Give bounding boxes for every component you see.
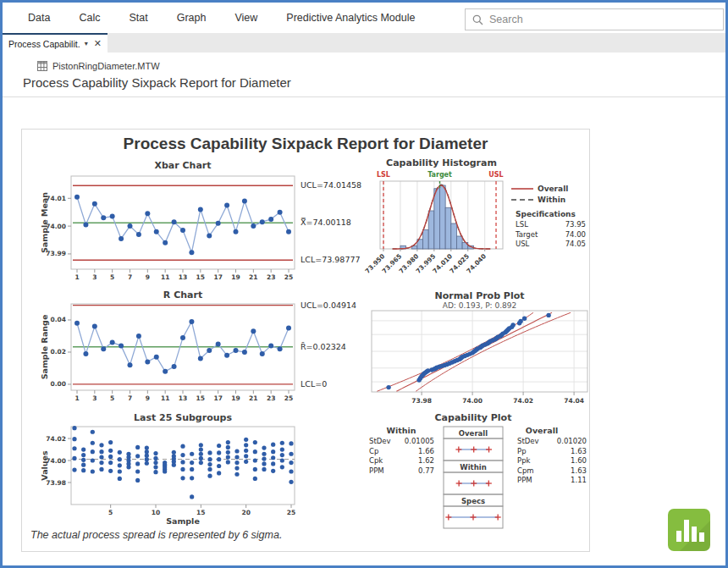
svg-text:Cp: Cp <box>369 447 378 455</box>
svg-text:Overall: Overall <box>459 429 488 438</box>
svg-text:AD: 0.193, P: 0.892: AD: 0.193, P: 0.892 <box>443 301 517 310</box>
svg-text:Sample Range: Sample Range <box>40 315 49 380</box>
svg-text:73.95: 73.95 <box>565 220 586 229</box>
sixpack-charts: Xbar ChartUCL=74.01458X̿=74.00118LCL=73.… <box>22 130 589 551</box>
svg-text:R Chart: R Chart <box>163 290 202 301</box>
tab-process-capability[interactable]: Process Capabilit... ▾ ✕ <box>3 33 108 52</box>
svg-text:17: 17 <box>213 394 222 402</box>
svg-text:1.63: 1.63 <box>571 466 587 475</box>
svg-text:Normal Prob Plot: Normal Prob Plot <box>434 290 524 301</box>
svg-text:10: 10 <box>152 509 160 516</box>
search-input[interactable] <box>489 14 716 25</box>
svg-text:Target: Target <box>515 230 538 239</box>
svg-text:19: 19 <box>231 394 240 402</box>
svg-text:23: 23 <box>267 394 275 402</box>
svg-text:0.77: 0.77 <box>418 466 434 475</box>
svg-text:74.02: 74.02 <box>513 397 533 405</box>
svg-text:21: 21 <box>249 394 257 402</box>
svg-text:25: 25 <box>284 273 293 281</box>
svg-text:3: 3 <box>92 273 97 281</box>
svg-text:Within: Within <box>460 463 486 471</box>
svg-text:Within: Within <box>386 426 416 435</box>
search-box[interactable] <box>465 8 724 30</box>
svg-text:Target: Target <box>427 171 452 179</box>
svg-text:X̿=74.00118: X̿=74.00118 <box>301 218 351 227</box>
svg-text:5: 5 <box>110 273 114 281</box>
svg-text:11: 11 <box>161 273 169 281</box>
menu-view[interactable]: View <box>234 12 257 24</box>
tab-bar: Process Capabilit... ▾ ✕ <box>3 33 725 52</box>
svg-text:StDev: StDev <box>369 437 391 445</box>
menu-bar: Data Calc Stat Graph View Predictive Ana… <box>3 3 725 33</box>
menu-calc[interactable]: Calc <box>79 12 100 24</box>
chevron-down-icon[interactable]: ▾ <box>85 40 88 47</box>
svg-text:0.04: 0.04 <box>50 316 66 323</box>
menu-graph[interactable]: Graph <box>177 12 207 24</box>
svg-text:1.62: 1.62 <box>418 456 434 465</box>
svg-text:LSL: LSL <box>516 220 528 229</box>
menu-stat[interactable]: Stat <box>129 12 147 24</box>
svg-text:7: 7 <box>128 394 132 402</box>
svg-text:13: 13 <box>179 394 187 402</box>
svg-text:3: 3 <box>92 394 97 402</box>
svg-text:74.00: 74.00 <box>462 397 483 405</box>
svg-text:PPM: PPM <box>517 476 532 484</box>
svg-text:Sample: Sample <box>166 516 200 526</box>
menu-data[interactable]: Data <box>28 12 50 24</box>
bar-chart-icon <box>668 509 710 551</box>
svg-text:1: 1 <box>74 394 79 402</box>
minitab-logo-icon[interactable] <box>668 509 710 551</box>
svg-text:Overall: Overall <box>526 426 558 435</box>
page-title: Process Capability Sixpack Report for Di… <box>23 75 291 90</box>
svg-text:15: 15 <box>196 394 205 402</box>
svg-text:Xbar Chart: Xbar Chart <box>154 160 211 171</box>
svg-text:PPM: PPM <box>369 466 384 475</box>
report-footnote: The actual process spread is represented… <box>30 529 282 541</box>
menu-predictive-analytics-module[interactable]: Predictive Analytics Module <box>286 12 415 24</box>
report-graph[interactable]: Xbar ChartUCL=74.01458X̿=74.00118LCL=73.… <box>21 129 590 552</box>
svg-text:Last 25 Subgroups: Last 25 Subgroups <box>134 412 232 423</box>
svg-text:15: 15 <box>196 273 205 281</box>
svg-text:19: 19 <box>231 273 240 281</box>
svg-text:1.66: 1.66 <box>418 447 434 455</box>
svg-text:21: 21 <box>249 273 257 281</box>
svg-text:20: 20 <box>241 509 250 516</box>
worksheet-link[interactable]: PistonRingDiameter.MTW <box>37 61 160 71</box>
svg-text:23: 23 <box>267 273 275 281</box>
svg-text:11: 11 <box>161 394 169 402</box>
svg-text:9: 9 <box>146 394 150 402</box>
svg-text:Pp: Pp <box>517 447 527 455</box>
app-window: Data Calc Stat Graph View Predictive Ana… <box>0 0 728 568</box>
svg-text:LCL=0: LCL=0 <box>301 379 327 389</box>
svg-text:25: 25 <box>284 394 293 402</box>
svg-text:Cpm: Cpm <box>517 466 534 475</box>
svg-text:Values: Values <box>40 450 49 481</box>
svg-text:Within: Within <box>538 196 565 204</box>
svg-text:0.00: 0.00 <box>50 380 66 388</box>
svg-text:7: 7 <box>128 273 132 281</box>
tab-label: Process Capabilit... <box>8 39 80 49</box>
svg-text:0.02: 0.02 <box>50 348 66 356</box>
svg-text:UCL=0.04914: UCL=0.04914 <box>301 301 356 310</box>
svg-text:StDev: StDev <box>517 437 539 445</box>
svg-text:5: 5 <box>110 394 114 402</box>
svg-text:1: 1 <box>74 273 79 281</box>
close-icon[interactable]: ✕ <box>94 38 102 49</box>
svg-text:LSL: LSL <box>377 171 390 179</box>
search-icon <box>472 14 483 25</box>
svg-text:Capability Histogram: Capability Histogram <box>386 157 497 168</box>
svg-text:1.11: 1.11 <box>571 476 587 484</box>
svg-text:74.04: 74.04 <box>564 397 584 405</box>
svg-text:Ppk: Ppk <box>517 456 531 465</box>
svg-text:73.98: 73.98 <box>411 397 432 405</box>
report-title: Process Capability Sixpack Report for Di… <box>22 135 589 153</box>
svg-text:USL: USL <box>516 240 530 248</box>
svg-text:5: 5 <box>108 509 113 516</box>
svg-text:74.02: 74.02 <box>46 435 66 443</box>
svg-text:0.01020: 0.01020 <box>557 437 587 445</box>
svg-text:Overall: Overall <box>538 185 568 193</box>
svg-text:0.01005: 0.01005 <box>405 437 434 445</box>
svg-text:15: 15 <box>196 509 205 516</box>
svg-text:74.05: 74.05 <box>565 240 586 248</box>
svg-text:Capability Plot: Capability Plot <box>435 412 512 423</box>
